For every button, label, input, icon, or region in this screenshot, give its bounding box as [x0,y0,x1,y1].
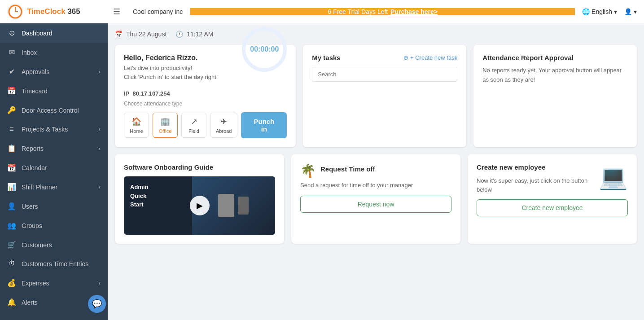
video-label-line3: Start [130,200,148,209]
timecard-icon: 📅 [7,87,16,95]
sidebar-item-customers[interactable]: 🛒 Customers [0,235,108,254]
bottom-cards-row: Software Onboarding Guide Admin Quick St… [115,154,637,244]
field-att-icon: ↗ [191,117,197,127]
tasks-card: My tasks ⊕ + Create new task [303,45,466,147]
sidebar-item-reports[interactable]: 📋 Reports ‹ [0,139,108,158]
time-off-title: Request Time off [320,165,375,173]
inbox-icon: ✉ [7,48,16,57]
timer-text: 00:00:00 [250,45,279,53]
sidebar-item-groups[interactable]: 👥 Groups [0,216,108,235]
calendar-date-icon: 📅 [115,31,123,38]
plus-icon: ⊕ [403,54,408,61]
tasks-search-input[interactable] [312,67,457,82]
attendance-type-office[interactable]: 🏢 Office [153,113,178,138]
lang-chevron-icon: ▾ [614,8,617,15]
chat-icon: 💬 [92,299,102,309]
attendance-types: 🏠 Home 🏢 Office ↗ Field ✈ [124,113,237,138]
expenses-icon: 💰 [7,279,16,287]
dashboard-icon: ⊙ [7,29,16,37]
customers-time-icon: ⏱ [7,260,16,268]
attendance-type-abroad[interactable]: ✈ Abroad [210,113,237,138]
purchase-link[interactable]: Purchase here> [390,8,438,15]
expenses-chevron-icon: ‹ [99,280,101,286]
projects-icon: ≡ [7,125,16,133]
reports-chevron-icon: ‹ [99,145,101,152]
trial-banner: 6 Free Trial Days Left Purchase here> [190,8,575,15]
sidebar-item-timecard[interactable]: 📅 Timecard [0,81,108,101]
onboarding-title: Software Onboarding Guide [124,163,275,171]
sidebar-item-approvals[interactable]: ✔ Approvals ‹ [0,62,108,81]
user-avatar-icon: 👤 [624,8,632,15]
ip-info: IP 80.17.107.254 [124,90,287,97]
sidebar-item-customers-time[interactable]: ⏱ Customers Time Entries [0,254,108,273]
language-selector[interactable]: 🌐 English ▾ [582,8,617,15]
abroad-att-icon: ✈ [220,117,227,127]
tasks-title: My tasks [312,54,340,61]
sidebar-item-users[interactable]: 👤 Users [0,197,108,216]
time-off-card: 🌴 Request Time off Send a request for ti… [291,154,460,244]
sidebar-item-shift-planner[interactable]: 📊 Shift Planner ‹ [0,177,108,197]
logo-icon [7,4,23,20]
date-display: 📅 Thu 22 August [115,31,166,38]
request-time-off-button[interactable]: Request now [300,196,451,213]
video-label-line2: Quick [130,192,148,201]
attendance-report-title: Attendance Report Approval [482,54,628,61]
attendance-type-home[interactable]: 🏠 Home [124,113,149,138]
greeting-text: Hello, Federica Rizzo. [124,54,218,62]
calendar-icon: 📆 [7,163,16,172]
create-new-employee-button[interactable]: Create new employee [477,199,628,216]
sidebar: ⊙ Dashboard ✉ Inbox ✔ Approvals ‹ 📅 Time… [0,23,108,320]
clock-icon: 🕐 [175,31,183,38]
hamburger-button[interactable]: ☰ [108,7,126,17]
office-att-icon: 🏢 [160,117,170,127]
punch-card: Hello, Federica Rizzo. Let's dive into p… [115,45,296,147]
main-layout: ⊙ Dashboard ✉ Inbox ✔ Approvals ‹ 📅 Time… [0,23,644,320]
punch-in-button[interactable]: Punch in [241,112,287,138]
sidebar-item-projects[interactable]: ≡ Projects & Tasks ‹ [0,120,108,139]
logo-text: TimeClock 365 [27,7,80,16]
top-right: 🌐 English ▾ 👤 ▾ [575,8,644,15]
main-content: 📅 Thu 22 August 🕐 11:12 AM Hello, Federi… [108,23,644,320]
video-thumbnail[interactable]: Admin Quick Start ▶ [124,176,275,235]
shift-planner-icon: 📊 [7,183,16,191]
home-att-icon: 🏠 [131,117,141,127]
shift-planner-chevron-icon: ‹ [99,184,101,190]
sidebar-item-calendar[interactable]: 📆 Calendar [0,158,108,177]
sidebar-item-inbox[interactable]: ✉ Inbox [0,43,108,62]
play-button[interactable]: ▶ [190,196,210,215]
approvals-chevron-icon: ‹ [99,69,101,75]
attendance-type-field[interactable]: ↗ Field [181,113,206,138]
logo-area: TimeClock 365 [0,4,108,20]
new-employee-text: Now it's super easy, just click on the b… [477,176,595,194]
sidebar-item-expenses[interactable]: 💰 Expenses ‹ [0,273,108,293]
customers-icon: 🛒 [7,241,16,249]
new-employee-card: Create new employee Now it's super easy,… [468,154,637,244]
projects-chevron-icon: ‹ [99,126,101,132]
timer-circle: 00:00:00 [242,27,287,72]
top-bar: TimeClock 365 ☰ Cool company inc 6 Free … [0,0,644,23]
groups-icon: 👥 [7,221,16,230]
employee-illustration: 💻 [599,163,628,191]
new-employee-title: Create new employee [477,163,595,171]
approvals-icon: ✔ [7,67,16,76]
date-bar: 📅 Thu 22 August 🕐 11:12 AM [115,31,637,38]
attendance-report-text: No reports ready yet. Your approval butt… [482,66,628,85]
create-task-link[interactable]: ⊕ + Create new task [403,54,457,61]
user-menu[interactable]: 👤 ▾ [624,8,637,15]
greeting-sub2: Click 'Punch in' to start the day right. [124,73,218,82]
top-cards-row: Hello, Federica Rizzo. Let's dive into p… [115,45,637,147]
attendance-row: 🏠 Home 🏢 Office ↗ Field ✈ [124,112,287,138]
reports-icon: 📋 [7,144,16,153]
alerts-icon: 🔔 [7,298,16,307]
chat-bubble-button[interactable]: 💬 [88,295,106,313]
door-access-icon: 🔑 [7,106,16,114]
attendance-label: Choose attendance type [124,101,287,107]
palm-tree-icon: 🌴 [300,163,316,178]
users-icon: 👤 [7,202,16,210]
time-display: 🕐 11:12 AM [175,31,213,38]
video-label-line1: Admin [130,183,148,192]
company-name: Cool company inc [126,8,190,15]
sidebar-item-door-access[interactable]: 🔑 Door Access Control [0,101,108,120]
sidebar-item-dashboard[interactable]: ⊙ Dashboard [0,23,108,43]
onboarding-card: Software Onboarding Guide Admin Quick St… [115,154,284,244]
